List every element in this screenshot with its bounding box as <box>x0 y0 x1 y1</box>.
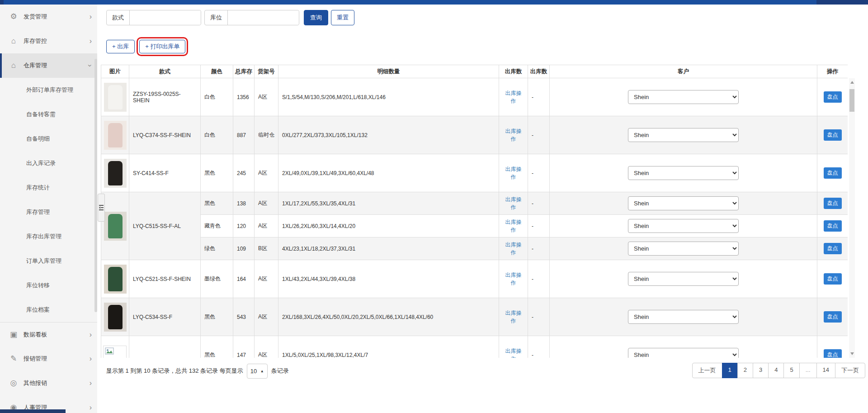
column-header-出库数: 出库数 <box>499 65 528 78</box>
page-button-14[interactable]: 14 <box>816 363 835 378</box>
customer-select[interactable]: Shein <box>628 196 739 210</box>
print-outbound-button[interactable]: + 打印出库单 <box>139 40 185 53</box>
product-image-cell <box>101 336 129 358</box>
inventory-check-button[interactable]: 盘点 <box>824 311 842 323</box>
page-button-2[interactable]: 2 <box>737 363 753 378</box>
inventory-check-button[interactable]: 盘点 <box>824 273 842 285</box>
next-page-button[interactable]: 下一页 <box>835 363 865 378</box>
product-photo <box>104 265 127 294</box>
operation-cell: 盘点 <box>817 237 848 260</box>
sidebar-item-报销管理[interactable]: ✎报销管理› <box>0 347 97 371</box>
inventory-check-button[interactable]: 盘点 <box>824 243 842 254</box>
table-row: SY-C414-SS-F黑色245A区2XL/49,0XL/39,1XL/49,… <box>101 154 848 192</box>
outbound-operation-link[interactable]: 出库操作 <box>505 196 522 210</box>
outbound-count-cell: 出库操作 <box>499 78 528 116</box>
total-stock-cell: 109 <box>233 237 255 260</box>
reset-button[interactable]: 重置 <box>331 10 354 25</box>
inventory-check-button[interactable]: 盘点 <box>824 167 842 179</box>
customer-cell: Shein <box>550 215 817 237</box>
table-row: 藏青色120A区1XL/26,2XL/60,3XL/14,4XL/20出库操作-… <box>101 215 848 237</box>
customer-select[interactable]: Shein <box>628 272 739 286</box>
sidebar-item-自备转客需[interactable]: 自备转客需 <box>0 102 97 127</box>
color-cell: 白色 <box>201 116 233 154</box>
pagination-info-text: 显示第 1 到第 10 条记录，总共 132 条记录 每页显示 <box>106 367 243 375</box>
customer-select[interactable]: Shein <box>628 166 739 180</box>
customer-select[interactable]: Shein <box>628 128 739 142</box>
table-row: LYQ-C534-SS-F黑色543A区2XL/168,3XL/26,4XL/5… <box>101 298 848 336</box>
table-vertical-scrollbar[interactable] <box>849 78 855 358</box>
product-image-cell <box>101 298 129 336</box>
pagination-info-suffix: 条记录 <box>271 367 289 375</box>
outbound-operation-link[interactable]: 出库操作 <box>505 90 522 104</box>
sidebar-item-库存统计[interactable]: 库存统计 <box>0 176 97 200</box>
customer-select[interactable]: Shein <box>628 219 739 233</box>
sidebar-item-库位档案[interactable]: 库位档案 <box>0 298 97 322</box>
location-filter-group: 库位 <box>204 10 299 25</box>
customer-cell: Shein <box>550 116 817 154</box>
outbound-count2-cell: - <box>528 192 550 215</box>
sidebar-item-出入库记录[interactable]: 出入库记录 <box>0 151 97 176</box>
column-header-总库存: 总库存 <box>233 65 255 78</box>
outbound-button[interactable]: + 出库 <box>106 40 135 53</box>
sidebar-item-外部订单库存管理[interactable]: 外部订单库存管理 <box>0 78 97 102</box>
sidebar-item-库存出库管理[interactable]: 库存出库管理 <box>0 224 97 249</box>
outbound-operation-link[interactable]: 出库操作 <box>505 310 522 324</box>
page-button-1[interactable]: 1 <box>722 363 738 378</box>
shelf-cell: A区 <box>255 192 278 215</box>
sidebar-item-其他报销[interactable]: ◎其他报销› <box>0 371 97 395</box>
column-header-明细数量: 明细数量 <box>278 65 499 78</box>
top-horizontal-scrollbar-thumb[interactable] <box>4 0 816 5</box>
page-ellipsis: ... <box>799 363 817 378</box>
sidebar-item-自备明细[interactable]: 自备明细 <box>0 127 97 151</box>
sidebar-item-库存管理[interactable]: 库存管理 <box>0 200 97 224</box>
sidebar-item-库存管控[interactable]: ⌂库存管控› <box>0 29 97 53</box>
page-button-5[interactable]: 5 <box>783 363 799 378</box>
panel-toggle-handle[interactable] <box>98 194 105 222</box>
outbound-operation-link[interactable]: 出库操作 <box>505 348 522 358</box>
outbound-operation-link[interactable]: 出库操作 <box>505 128 522 142</box>
location-filter-input[interactable] <box>228 10 299 25</box>
customer-select[interactable]: Shein <box>628 310 739 324</box>
sidebar-item-库位转移[interactable]: 库位转移 <box>0 273 97 298</box>
inventory-check-button[interactable]: 盘点 <box>824 198 842 209</box>
prev-page-button[interactable]: 上一页 <box>692 363 722 378</box>
product-photo <box>104 121 127 150</box>
chevron-right-icon: › <box>90 29 92 53</box>
page-button-3[interactable]: 3 <box>753 363 769 378</box>
outbound-operation-link[interactable]: 出库操作 <box>505 272 522 286</box>
sidebar-item-仓库管理[interactable]: ⌂仓库管理› <box>0 53 97 78</box>
sidebar-item-发货管理[interactable]: ⚙发货管理› <box>0 5 97 29</box>
inventory-check-button[interactable]: 盘点 <box>824 349 842 358</box>
collapse-icon <box>99 204 104 211</box>
dashboard-icon: ▣ <box>8 323 19 347</box>
search-button[interactable]: 查询 <box>304 10 328 25</box>
customer-select[interactable]: Shein <box>628 242 739 256</box>
color-cell: 白色 <box>201 78 233 116</box>
table-header-row: 图片款式颜色总库存货架号明细数量出库数出库数客户操作 <box>101 65 848 78</box>
outbound-operation-link[interactable]: 出库操作 <box>505 166 522 180</box>
column-header-货架号: 货架号 <box>255 65 278 78</box>
page-size-select[interactable]: 10 ▲ <box>247 364 268 379</box>
outbound-operation-link[interactable]: 出库操作 <box>505 242 522 256</box>
table-scrollbar-thumb[interactable] <box>849 89 854 112</box>
inventory-check-button[interactable]: 盘点 <box>824 91 842 103</box>
outbound-operation-link[interactable]: 出库操作 <box>505 219 522 233</box>
detail-quantity-cell: 1XL/5,0XL/25,1XL/98,3XL/12,4XL/7 <box>278 336 499 358</box>
customer-select[interactable]: Shein <box>628 90 739 104</box>
inventory-check-button[interactable]: 盘点 <box>824 129 842 141</box>
scroll-down-arrow-icon[interactable] <box>850 352 854 355</box>
inventory-check-button[interactable]: 盘点 <box>824 220 842 232</box>
color-cell: 黑色 <box>201 192 233 215</box>
main-content: 款式 库位 查询 重置 + 出库 + 打印出库单 图片款式颜色总库存货架号明细数… <box>97 5 868 413</box>
outbound-count-cell: 出库操作 <box>499 192 528 215</box>
bottom-horizontal-scrollbar-thumb[interactable] <box>0 409 66 413</box>
shelf-cell: A区 <box>255 154 278 192</box>
sidebar-item-订单入库管理[interactable]: 订单入库管理 <box>0 249 97 273</box>
page-button-4[interactable]: 4 <box>768 363 784 378</box>
sidebar-item-数据看板[interactable]: ▣数据看板› <box>0 322 97 347</box>
style-code-cell: LYQ-C534-SS-F <box>129 298 201 336</box>
scroll-up-arrow-icon[interactable] <box>850 81 854 84</box>
detail-quantity-cell: 4XL/23,1XL/18,2XL/37,3XL/31 <box>278 237 499 260</box>
style-filter-input[interactable] <box>130 10 201 25</box>
customer-select[interactable]: Shein <box>628 348 739 358</box>
